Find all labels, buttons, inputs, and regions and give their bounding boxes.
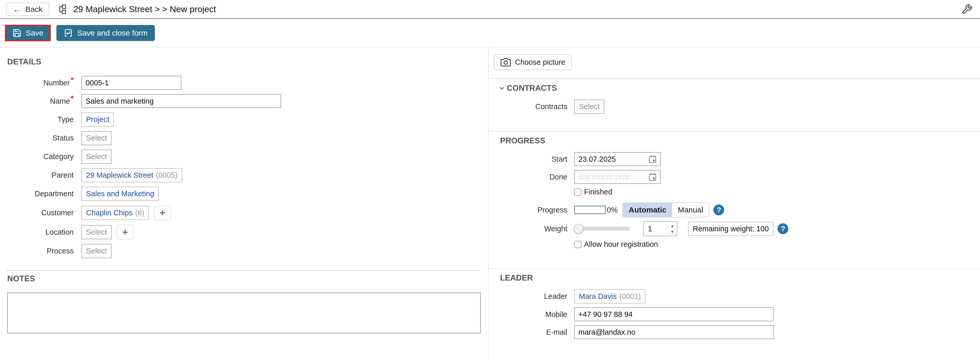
start-date-input[interactable] <box>574 152 660 166</box>
mobile-label: Mobile <box>500 310 567 319</box>
back-button[interactable]: ← Back <box>6 3 49 16</box>
camera-icon <box>501 57 511 67</box>
done-label: Done <box>500 173 567 181</box>
top-bar: ← Back 29 Maplewick Street > > New proje… <box>0 0 980 19</box>
leader-chip[interactable]: Mara Davis (0001) <box>574 289 645 303</box>
name-label: Name* <box>7 97 74 105</box>
add-location-button[interactable]: + <box>117 225 134 240</box>
location-label: Location <box>7 228 74 236</box>
contracts-label: Contracts <box>500 102 567 111</box>
weight-row: Weight ▲ ▼ Remaining weight: 100 ? <box>500 221 980 236</box>
calendar-icon[interactable] <box>648 173 657 181</box>
chevron-down-icon[interactable] <box>500 84 506 92</box>
notes-textarea[interactable] <box>7 293 481 334</box>
save-and-close-button[interactable]: Save and close form <box>56 25 154 41</box>
process-label: Process <box>7 247 74 255</box>
name-row: Name* <box>7 94 488 108</box>
customer-code: (8) <box>135 209 144 217</box>
weight-stepper: ▲ ▼ <box>643 221 677 236</box>
parent-label: Parent <box>7 171 74 179</box>
toolbar: Save Save and close form <box>0 19 980 48</box>
category-select-button[interactable]: Select <box>81 150 111 164</box>
project-tree-icon <box>56 4 67 15</box>
department-value: Sales and Marketing <box>86 190 154 198</box>
progress-percent: 0% <box>607 206 618 214</box>
stepper-up-icon[interactable]: ▲ <box>670 224 674 228</box>
number-input[interactable] <box>81 76 181 90</box>
allow-hour-registration-checkbox[interactable] <box>574 241 581 248</box>
notes-divider <box>6 270 480 271</box>
department-chip[interactable]: Sales and Marketing <box>81 187 159 201</box>
status-select-button[interactable]: Select <box>81 131 111 145</box>
type-chip[interactable]: Project <box>81 112 114 126</box>
calendar-icon[interactable] <box>648 155 657 163</box>
finished-label: Finished <box>584 188 612 196</box>
weight-slider[interactable] <box>575 227 630 231</box>
parent-chip[interactable]: 29 Maplewick Street (0005) <box>81 168 182 182</box>
process-select-button[interactable]: Select <box>81 244 111 258</box>
department-label: Department <box>7 190 74 198</box>
name-input[interactable] <box>81 94 281 108</box>
type-label: Type <box>7 115 74 124</box>
add-customer-button[interactable]: + <box>154 205 171 220</box>
choose-picture-button[interactable]: Choose picture <box>494 54 572 70</box>
manual-toggle[interactable]: Manual <box>672 203 709 217</box>
status-row: Status Select <box>7 131 488 145</box>
leader-row: Leader Mara Davis (0001) <box>500 289 980 303</box>
contracts-heading: CONTRACTS <box>507 83 557 93</box>
category-label: Category <box>7 152 74 161</box>
wrench-icon[interactable] <box>961 4 972 15</box>
save-icon <box>13 28 22 38</box>
contracts-section: CONTRACTS Contracts Select <box>489 78 980 119</box>
required-asterisk: * <box>71 94 74 102</box>
automatic-toggle[interactable]: Automatic <box>623 203 672 217</box>
progress-label: Progress <box>500 206 567 214</box>
remaining-weight-box: Remaining weight: 100 <box>688 222 773 236</box>
contracts-row: Contracts Select <box>500 99 980 114</box>
process-row: Process Select <box>7 244 488 258</box>
contracts-select-button[interactable]: Select <box>574 99 605 114</box>
weight-input[interactable] <box>645 225 661 233</box>
done-row: Done <box>500 170 980 184</box>
help-icon[interactable]: ? <box>713 204 724 215</box>
category-row: Category Select <box>7 150 488 164</box>
main-content: DETAILS Number* Name* Type Project Statu… <box>0 48 980 361</box>
leader-section: LEADER Leader Mara Davis (0001) Mobile E… <box>489 268 980 345</box>
back-label: Back <box>25 5 43 14</box>
plus-icon: + <box>159 208 165 218</box>
save-label: Save <box>26 29 43 37</box>
progress-section: PROGRESS Start Done <box>489 131 980 256</box>
required-asterisk: * <box>71 75 74 84</box>
email-input[interactable] <box>574 325 774 339</box>
leader-heading: LEADER <box>500 273 533 283</box>
finished-checkbox[interactable] <box>574 188 581 196</box>
weight-slider-thumb[interactable] <box>574 224 584 233</box>
details-panel: DETAILS Number* Name* Type Project Statu… <box>0 48 489 361</box>
progress-bar <box>574 206 606 214</box>
save-and-close-icon <box>64 28 73 38</box>
leader-label: Leader <box>500 292 567 301</box>
save-button[interactable]: Save <box>5 25 51 41</box>
customer-chip[interactable]: Chaplin Chips (8) <box>81 206 149 220</box>
plus-icon: + <box>122 227 128 237</box>
choose-picture-label: Choose picture <box>515 58 565 67</box>
mobile-input[interactable] <box>574 307 774 321</box>
details-heading: DETAILS <box>7 57 488 67</box>
allow-hour-registration-label: Allow hour registration <box>584 240 658 249</box>
mobile-row: Mobile <box>500 307 980 321</box>
back-arrow-icon: ← <box>13 5 21 13</box>
customer-row: Customer Chaplin Chips (8) + <box>7 205 488 220</box>
location-select-button[interactable]: Select <box>81 225 111 239</box>
number-label: Number* <box>7 79 74 87</box>
help-icon[interactable]: ? <box>778 223 788 234</box>
stepper-down-icon[interactable]: ▼ <box>670 230 674 233</box>
done-date-input[interactable] <box>574 170 660 184</box>
email-row: E-mail <box>500 325 980 339</box>
start-label: Start <box>500 155 567 163</box>
weight-label: Weight <box>500 225 567 233</box>
allow-hours-row: Allow hour registration <box>500 240 980 249</box>
parent-value: 29 Maplewick Street <box>86 171 153 179</box>
finished-row: Finished <box>500 188 980 196</box>
status-label: Status <box>7 134 74 142</box>
department-row: Department Sales and Marketing <box>7 187 488 201</box>
